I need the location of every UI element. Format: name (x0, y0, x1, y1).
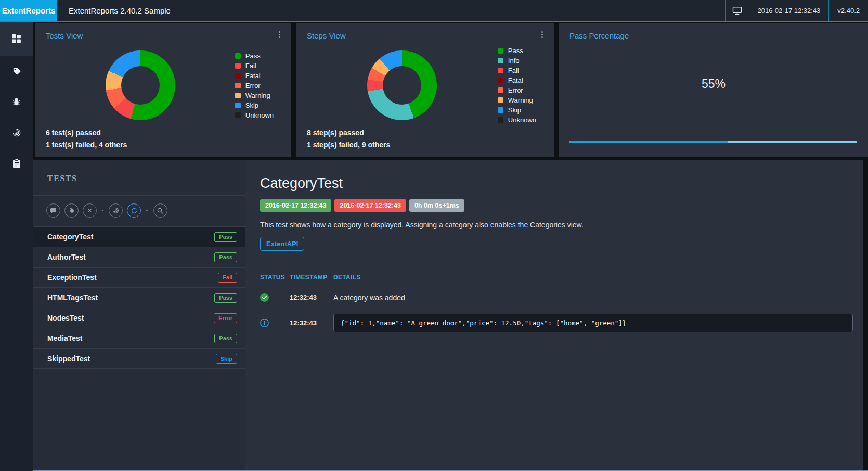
dashboard-cards-row: Tests View PassFailFatalErrorWarningSkip… (33, 23, 868, 157)
log-table-header: STATUS TIMESTAMP DETAILS (260, 274, 853, 287)
legend-swatch (235, 103, 241, 108)
duration-badge: 0h 0m 0s+1ms (409, 199, 464, 212)
steps-donut-chart (367, 50, 437, 120)
check-circle-icon (260, 293, 290, 302)
legend-item[interactable]: Fatal (498, 77, 536, 84)
legend-item[interactable]: Unknown (235, 111, 274, 119)
legend-item[interactable]: Pass (235, 52, 274, 60)
steps-donut-zone (307, 50, 498, 120)
legend-swatch (235, 112, 241, 118)
monitor-icon (732, 6, 742, 15)
sidebar-item-category-view[interactable] (0, 117, 33, 148)
navbar-right: 2016-02-17 12:32:43 v2.40.2 (725, 0, 868, 21)
clear-filters-button[interactable]: × (83, 203, 97, 218)
legend-label: Pass (508, 47, 523, 55)
report-timestamp: 2016-02-17 12:32:43 (749, 0, 829, 21)
sidebar (0, 22, 33, 471)
legend-swatch (498, 48, 503, 54)
test-time-badges: 2016-02-17 12:32:43 2016-02-17 12:32:43 … (260, 199, 853, 212)
pass-percentage-title: Pass Percentage (569, 31, 858, 40)
legend-label: Error (245, 82, 261, 90)
category-chip[interactable]: ExtentAPI (260, 237, 304, 251)
test-row[interactable]: CategoryTestPass (33, 227, 245, 247)
legend-swatch (235, 53, 241, 59)
top-navbar: ExtentReports ExtentReports 2.40.2 Sampl… (0, 0, 868, 22)
legend-swatch (235, 93, 241, 98)
legend-label: Error (508, 86, 523, 94)
tests-list: CategoryTestPassAuthorTestPassExceptionT… (33, 227, 245, 470)
test-row[interactable]: ExceptionTestFail (33, 268, 245, 288)
category-filter-button[interactable] (64, 203, 79, 218)
legend-item[interactable]: Skip (235, 101, 274, 109)
log-table-rows: 12:32:43A category was added12:32:43{"id… (260, 287, 853, 338)
brand-logo[interactable]: ExtentReports (0, 0, 57, 21)
sidebar-item-exceptions[interactable] (0, 86, 33, 117)
test-row[interactable]: SkippedTestSkip (33, 349, 245, 369)
legend-item[interactable]: Fail (235, 62, 274, 70)
kebab-menu-icon[interactable] (276, 30, 283, 39)
log-timestamp: 12:32:43 (290, 294, 333, 301)
tests-donut-chart (106, 50, 175, 120)
test-row[interactable]: NodesTestError (33, 308, 245, 328)
tests-donut-zone (46, 50, 235, 120)
legend-swatch (235, 63, 241, 69)
status-badge: Fail (218, 273, 237, 283)
categories-icon (12, 128, 21, 137)
test-row[interactable]: HTMLTagsTestPass (33, 288, 245, 308)
content-row: TESTS × · (33, 160, 863, 470)
legend-item[interactable]: Error (498, 86, 536, 94)
legend-swatch (498, 87, 503, 93)
test-row[interactable]: MediaTestPass (33, 328, 245, 349)
tests-panel-header: TESTS (33, 160, 245, 196)
legend-label: Fatal (508, 77, 523, 84)
legend-item[interactable]: Warning (498, 96, 536, 104)
legend-item[interactable]: Skip (498, 106, 536, 114)
status-badge: Pass (214, 232, 237, 242)
navbar-spacer (171, 0, 725, 21)
legend-item[interactable]: Fail (498, 67, 536, 74)
start-time-badge: 2016-02-17 12:32:43 (260, 199, 331, 212)
category-view-button[interactable] (109, 203, 123, 218)
legend-item[interactable]: Error (235, 82, 274, 90)
legend-item[interactable]: Unknown (498, 116, 536, 124)
bug-icon (12, 97, 21, 106)
pass-percentage-progressbar (569, 141, 857, 143)
main-area: Tests View PassFailFatalErrorWarningSkip… (33, 22, 868, 471)
legend-item[interactable]: Warning (235, 92, 274, 99)
steps-view-card: Steps View PassInfoFailFatalErrorWarning… (296, 23, 554, 157)
steps-summary-line1: 8 step(s) passed (307, 127, 390, 139)
status-column-header: STATUS (260, 274, 290, 281)
report-title: ExtentReports 2.40.2 Sample (69, 0, 171, 21)
test-name: MediaTest (47, 334, 82, 342)
tests-summary-line2: 1 test(s) failed, 4 others (46, 139, 127, 151)
test-name: SkippedTest (47, 354, 90, 363)
tests-view-card: Tests View PassFailFatalErrorWarningSkip… (35, 23, 291, 157)
legend-label: Fail (508, 67, 519, 74)
legend-swatch (498, 117, 503, 123)
legend-swatch (498, 78, 503, 83)
legend-swatch (235, 83, 241, 88)
refresh-button[interactable] (127, 203, 141, 218)
sidebar-item-test-log[interactable] (0, 148, 33, 179)
legend-item[interactable]: Fatal (235, 72, 274, 80)
test-row[interactable]: AuthorTestPass (33, 247, 245, 268)
test-name: HTMLTagsTest (47, 294, 98, 302)
tag-icon (12, 67, 21, 76)
sidebar-item-categories-tag[interactable] (0, 56, 33, 86)
status-badge: Pass (214, 334, 237, 343)
test-detail-title: CategoryTest (260, 175, 853, 192)
legend-label: Warning (508, 96, 533, 104)
tests-view-title: Tests View (46, 31, 281, 40)
kebab-menu-icon[interactable] (538, 30, 546, 39)
tests-chart-legend: PassFailFatalErrorWarningSkipUnknown (235, 52, 281, 119)
search-button[interactable] (153, 203, 167, 218)
legend-item[interactable]: Pass (498, 47, 536, 55)
log-details-text: A category was added (333, 294, 853, 302)
progressbar-fill (569, 141, 728, 143)
steps-chart-legend: PassInfoFailFatalErrorWarningSkipUnknown (498, 47, 543, 124)
end-time-badge: 2016-02-17 12:32:43 (334, 199, 406, 212)
sidebar-item-dashboard[interactable] (0, 22, 33, 56)
legend-item[interactable]: Info (498, 57, 536, 65)
status-filter-button[interactable] (46, 203, 60, 218)
display-toggle-button[interactable] (725, 0, 749, 21)
